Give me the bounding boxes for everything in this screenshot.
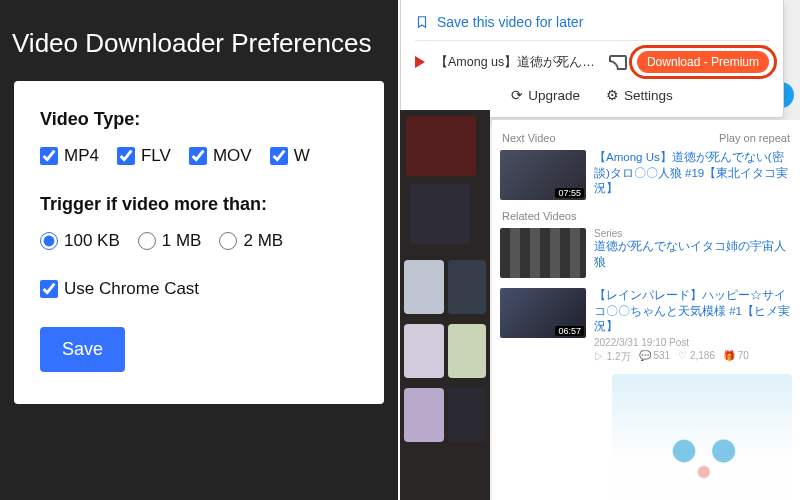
video-type-row: MP4 FLV MOV W [40, 146, 358, 166]
type-mp4[interactable]: MP4 [40, 146, 99, 166]
video-duration: 06:57 [555, 326, 584, 336]
video-item-title: 道徳が死んでないイタコ姉の宇宙人狼 [594, 239, 792, 270]
large-thumbnail[interactable] [612, 374, 792, 500]
use-chromecast-checkbox[interactable] [40, 280, 58, 298]
next-video-header: Next Video Play on repeat [502, 132, 790, 144]
video-list-area: Next Video Play on repeat 07:55 【Among U… [492, 120, 800, 500]
save-for-later-label: Save this video for later [437, 14, 583, 30]
size-2mb-radio[interactable] [219, 232, 237, 250]
bookmark-icon [415, 15, 429, 29]
video-thumbnail: 07:55 [500, 150, 586, 200]
type-w-label: W [294, 146, 310, 166]
size-1mb-label: 1 MB [162, 231, 202, 251]
size-100kb-radio[interactable] [40, 232, 58, 250]
download-premium-button[interactable]: Download - Premium [637, 51, 769, 73]
preferences-panel: Video Downloader Preferences Video Type:… [0, 0, 398, 500]
use-chromecast[interactable]: Use Chrome Cast [40, 279, 199, 299]
cast-row: Use Chrome Cast [40, 279, 358, 299]
settings-link[interactable]: ⚙ Settings [606, 87, 673, 103]
detected-video-row: 【Among us】道徳が死んで… Download - Premium [415, 40, 769, 73]
type-flv-label: FLV [141, 146, 171, 166]
size-100kb-label: 100 KB [64, 231, 120, 251]
type-w-checkbox[interactable] [270, 147, 288, 165]
type-flv-checkbox[interactable] [117, 147, 135, 165]
video-item[interactable]: 07:55 【Among Us】道徳が死んでない(密談)タロ〇〇人狼 #19【東… [500, 150, 792, 200]
extension-popup: Save this video for later 【Among us】道徳が死… [400, 0, 784, 118]
use-chromecast-label: Use Chrome Cast [64, 279, 199, 299]
video-type-label: Video Type: [40, 109, 358, 130]
video-player-area [400, 110, 490, 500]
video-duration: 07:55 [555, 188, 584, 198]
series-label: Series [594, 228, 792, 239]
size-1mb[interactable]: 1 MB [138, 231, 202, 251]
type-flv[interactable]: FLV [117, 146, 171, 166]
trigger-row: 100 KB 1 MB 2 MB [40, 231, 358, 251]
video-item-title: 【レインパレード】ハッピー☆サイコ〇〇ちゃんと天気模様 #1【ヒメ実況】 [594, 288, 792, 335]
video-item-title: 【Among Us】道徳が死んでない(密談)タロ〇〇人狼 #19【東北イタコ実況… [594, 150, 792, 197]
size-100kb[interactable]: 100 KB [40, 231, 120, 251]
type-mp4-label: MP4 [64, 146, 99, 166]
download-premium-label: Download - Premium [647, 55, 759, 69]
type-mov[interactable]: MOV [189, 146, 252, 166]
related-videos-label: Related Videos [502, 210, 790, 222]
upgrade-link[interactable]: ⟳ Upgrade [511, 87, 580, 103]
type-mov-label: MOV [213, 146, 252, 166]
save-button[interactable]: Save [40, 327, 125, 372]
save-for-later-link[interactable]: Save this video for later [415, 10, 769, 40]
size-2mb-label: 2 MB [243, 231, 283, 251]
upgrade-label: Upgrade [528, 88, 580, 103]
video-date: 2022/3/31 19:10 Post [594, 337, 792, 348]
play-on-repeat-toggle[interactable]: Play on repeat [719, 132, 790, 144]
browser-preview: Save this video for later 【Among us】道徳が死… [398, 0, 800, 500]
size-1mb-radio[interactable] [138, 232, 156, 250]
settings-label: Settings [624, 88, 673, 103]
type-mp4-checkbox[interactable] [40, 147, 58, 165]
gear-icon: ⚙ [606, 87, 619, 103]
video-item[interactable]: 06:57 【レインパレード】ハッピー☆サイコ〇〇ちゃんと天気模様 #1【ヒメ実… [500, 288, 792, 364]
next-video-label: Next Video [502, 132, 556, 144]
type-w[interactable]: W [270, 146, 310, 166]
upgrade-icon: ⟳ [511, 87, 523, 103]
page-title: Video Downloader Preferences [0, 0, 398, 81]
video-thumbnail: 06:57 [500, 288, 586, 338]
cast-icon[interactable] [609, 55, 627, 70]
video-stats: ▷ 1.2万 💬 531 ♡ 2,186 🎁 70 [594, 350, 792, 364]
preferences-card: Video Type: MP4 FLV MOV W Trigger if vid… [14, 81, 384, 404]
popup-footer: ⟳ Upgrade ⚙ Settings [415, 73, 769, 103]
type-mov-checkbox[interactable] [189, 147, 207, 165]
video-item[interactable]: Series 道徳が死んでないイタコ姉の宇宙人狼 [500, 228, 792, 278]
play-icon [415, 56, 425, 68]
trigger-label: Trigger if video more than: [40, 194, 358, 215]
detected-video-title: 【Among us】道徳が死んで… [435, 54, 599, 71]
size-2mb[interactable]: 2 MB [219, 231, 283, 251]
video-thumbnail [500, 228, 586, 278]
